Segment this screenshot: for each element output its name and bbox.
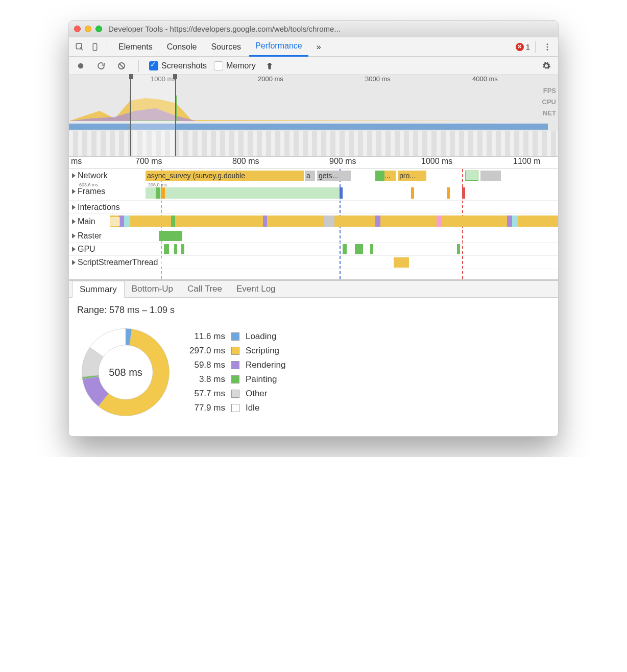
separator xyxy=(535,41,536,53)
detail-tab-calltree[interactable]: Call Tree xyxy=(180,281,229,297)
checkbox-checked-icon xyxy=(149,61,158,70)
network-bar[interactable]: async_survey (survey.g.double xyxy=(146,171,304,181)
record-button[interactable] xyxy=(74,59,87,73)
summary-legend: 11.6 msLoading 297.0 msScripting 59.8 ms… xyxy=(189,331,285,413)
error-badge[interactable]: ✕ 1 xyxy=(516,42,530,51)
frame-bar[interactable] xyxy=(161,187,165,199)
reload-record-button[interactable] xyxy=(94,59,108,73)
network-bar[interactable]: a xyxy=(305,171,315,181)
frame-bar[interactable] xyxy=(447,187,450,199)
network-bar[interactable] xyxy=(375,171,384,181)
zoom-window-button[interactable] xyxy=(95,26,102,32)
tab-performance[interactable]: Performance xyxy=(249,37,308,57)
gpu-bar[interactable] xyxy=(457,244,460,254)
checkbox-unchecked-icon xyxy=(214,61,223,70)
detail-tab-bottomup[interactable]: Bottom-Up xyxy=(125,281,180,297)
gpu-bar[interactable] xyxy=(343,244,347,254)
gpu-bar[interactable] xyxy=(370,244,373,254)
flame-chart[interactable]: Network async_survey (survey.g.double a … xyxy=(69,169,558,279)
donut-total: 508 ms xyxy=(77,324,174,421)
svg-point-2 xyxy=(547,43,548,45)
kebab-menu-icon[interactable] xyxy=(541,40,554,54)
error-count: 1 xyxy=(526,42,530,51)
frame-bar[interactable] xyxy=(411,187,414,199)
main-tabs: Elements Console Sources Performance » ✕… xyxy=(69,37,558,57)
memory-checkbox[interactable]: Memory xyxy=(214,61,256,70)
network-bar[interactable] xyxy=(480,171,501,181)
disclosure-icon xyxy=(72,233,76,238)
swatch-rendering xyxy=(231,361,239,369)
garbage-collect-icon[interactable] xyxy=(263,59,276,73)
frame-bar[interactable] xyxy=(340,187,343,199)
disclosure-icon xyxy=(72,189,76,194)
track-scriptstreamer[interactable]: ScriptStreamerThread xyxy=(69,256,558,269)
overview-panel[interactable]: 1000 ms 2000 ms 3000 ms 4000 ms FPS CPU … xyxy=(69,75,558,157)
window-title: Developer Tools - https://developers.goo… xyxy=(108,25,553,33)
network-bar[interactable] xyxy=(465,171,478,181)
swatch-loading xyxy=(231,332,239,341)
inspect-element-icon[interactable] xyxy=(73,40,86,54)
raster-bar[interactable] xyxy=(159,231,182,241)
tab-sources[interactable]: Sources xyxy=(205,37,247,56)
devtools-window: Developer Tools - https://developers.goo… xyxy=(68,20,559,437)
swatch-idle xyxy=(231,404,239,412)
selection-handle-right[interactable] xyxy=(173,74,177,79)
separator xyxy=(138,60,139,71)
script-bar[interactable] xyxy=(394,257,409,268)
perf-toolbar: Screenshots Memory xyxy=(69,57,558,75)
track-gpu[interactable]: GPU xyxy=(69,243,558,256)
disclosure-icon xyxy=(72,247,76,252)
frame-bar[interactable] xyxy=(146,187,340,199)
svg-rect-1 xyxy=(93,43,97,51)
tab-console[interactable]: Console xyxy=(161,37,203,56)
disclosure-icon xyxy=(72,173,76,178)
main-thread-track[interactable] xyxy=(69,214,558,229)
clear-button[interactable] xyxy=(115,59,128,73)
screenshots-checkbox[interactable]: Screenshots xyxy=(149,61,207,70)
track-main[interactable]: Main xyxy=(69,214,558,229)
close-window-button[interactable] xyxy=(74,26,81,32)
minimize-window-button[interactable] xyxy=(85,26,91,32)
network-bar[interactable]: pro... xyxy=(398,171,426,181)
disclosure-icon xyxy=(72,260,76,265)
disclosure-icon xyxy=(72,219,76,224)
tab-more[interactable]: » xyxy=(310,37,327,56)
svg-point-5 xyxy=(78,63,84,68)
track-network[interactable]: Network async_survey (survey.g.double a … xyxy=(69,169,558,182)
settings-gear-icon[interactable] xyxy=(540,59,553,73)
device-toolbar-icon[interactable] xyxy=(88,40,102,54)
overview-selection[interactable] xyxy=(130,75,176,156)
frame-bar[interactable] xyxy=(156,187,160,199)
tab-elements[interactable]: Elements xyxy=(112,37,159,56)
gpu-bar[interactable] xyxy=(181,244,184,254)
svg-point-4 xyxy=(547,49,548,50)
summary-donut-chart: 508 ms xyxy=(77,324,174,421)
disclosure-icon xyxy=(72,205,76,210)
svg-point-3 xyxy=(547,46,548,47)
detail-tab-summary[interactable]: Summary xyxy=(72,281,125,298)
frame-bar[interactable] xyxy=(462,187,465,199)
detail-tab-eventlog[interactable]: Event Log xyxy=(229,281,283,297)
summary-pane: Range: 578 ms – 1.09 s 508 ms 11.6 msLoa… xyxy=(69,298,558,436)
summary-range: Range: 578 ms – 1.09 s xyxy=(77,305,550,316)
overview-labels: FPS CPU NET xyxy=(542,85,556,119)
timeline-ruler[interactable]: ms 700 ms 800 ms 900 ms 1000 ms 1100 m xyxy=(69,157,558,169)
separator xyxy=(107,41,107,53)
gpu-bar[interactable] xyxy=(355,244,363,254)
selection-handle-left[interactable] xyxy=(129,74,133,79)
detail-tabs: Summary Bottom-Up Call Tree Event Log xyxy=(69,279,558,298)
error-icon: ✕ xyxy=(516,43,524,51)
swatch-other xyxy=(231,390,239,398)
swatch-painting xyxy=(231,375,239,383)
network-bar[interactable]: gets... xyxy=(317,171,351,181)
swatch-scripting xyxy=(231,347,239,355)
gpu-bar[interactable] xyxy=(164,244,169,254)
traffic-lights xyxy=(74,26,102,32)
track-frames[interactable]: Frames 603.6 ms 206.0 ms xyxy=(69,182,558,201)
track-raster[interactable]: Raster xyxy=(69,229,558,243)
titlebar: Developer Tools - https://developers.goo… xyxy=(69,21,558,37)
track-interactions[interactable]: Interactions xyxy=(69,201,558,214)
gpu-bar[interactable] xyxy=(174,244,177,254)
